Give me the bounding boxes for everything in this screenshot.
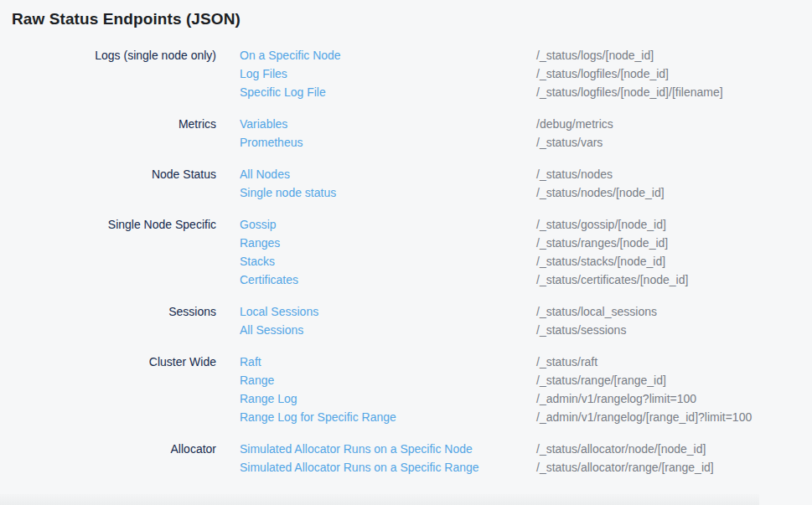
endpoint-row: Range/_status/range/[range_id] — [0, 371, 812, 389]
endpoint-path: /_status/logs/[node_id] — [536, 46, 812, 64]
endpoint-path: /_status/logfiles/[node_id] — [536, 64, 812, 83]
category-label — [0, 371, 216, 389]
endpoint-row: Logs (single node only)On a Specific Nod… — [0, 46, 812, 64]
endpoint-link[interactable]: Range — [216, 371, 536, 389]
endpoint-path: /_status/nodes/[node_id] — [536, 183, 812, 202]
endpoint-section: Single Node SpecificGossip/_status/gossi… — [0, 215, 812, 289]
endpoint-link[interactable]: Variables — [216, 115, 536, 133]
next-section-edge — [0, 494, 759, 505]
endpoint-section: Logs (single node only)On a Specific Nod… — [0, 46, 812, 101]
endpoint-row: Certificates/_status/certificates/[node_… — [0, 271, 812, 289]
category-label — [0, 83, 216, 101]
endpoint-link[interactable]: All Sessions — [216, 321, 536, 339]
category-label — [0, 252, 216, 271]
endpoint-row: Specific Log File/_status/logfiles/[node… — [0, 83, 812, 101]
category-label — [0, 389, 216, 408]
category-label — [0, 458, 216, 477]
endpoint-path: /_status/certificates/[node_id] — [536, 271, 812, 289]
endpoint-path: /_admin/v1/rangelog/[range_id]?limit=100 — [536, 408, 812, 426]
category-label — [0, 183, 216, 202]
endpoint-section: Node StatusAll Nodes/_status/nodesSingle… — [0, 165, 812, 202]
endpoint-row: SessionsLocal Sessions/_status/local_ses… — [0, 302, 812, 321]
endpoint-path: /_status/ranges/[node_id] — [536, 234, 812, 252]
endpoint-path: /_status/gossip/[node_id] — [536, 215, 812, 234]
endpoint-link[interactable]: Stacks — [216, 252, 536, 271]
endpoint-link[interactable]: Simulated Allocator Runs on a Specific R… — [216, 458, 536, 477]
endpoint-row: MetricsVariables/debug/metrics — [0, 115, 812, 133]
endpoint-row: Simulated Allocator Runs on a Specific R… — [0, 458, 812, 477]
endpoint-row: All Sessions/_status/sessions — [0, 321, 812, 339]
category-label — [0, 64, 216, 83]
endpoint-path: /_status/nodes — [536, 165, 812, 183]
endpoint-row: Node StatusAll Nodes/_status/nodes — [0, 165, 812, 183]
endpoint-path: /_status/logfiles/[node_id]/[filename] — [536, 83, 812, 101]
endpoint-section: SessionsLocal Sessions/_status/local_ses… — [0, 302, 812, 339]
endpoint-path: /_status/raft — [536, 353, 812, 371]
category-label: Metrics — [0, 115, 216, 133]
endpoint-row: Range Log/_admin/v1/rangelog?limit=100 — [0, 389, 812, 408]
endpoint-path: /_admin/v1/rangelog?limit=100 — [536, 389, 812, 408]
endpoint-link[interactable]: Specific Log File — [216, 83, 536, 101]
endpoint-path: /_status/allocator/node/[node_id] — [536, 440, 812, 458]
endpoint-link[interactable]: On a Specific Node — [216, 46, 536, 64]
endpoint-path: /_status/stacks/[node_id] — [536, 252, 812, 271]
endpoint-section: MetricsVariables/debug/metricsPrometheus… — [0, 115, 812, 152]
raw-status-endpoints-page: Raw Status Endpoints (JSON) Logs (single… — [0, 0, 812, 505]
endpoint-row: Ranges/_status/ranges/[node_id] — [0, 234, 812, 252]
category-label: Logs (single node only) — [0, 46, 216, 64]
endpoint-link[interactable]: Prometheus — [216, 133, 536, 152]
category-label: Node Status — [0, 165, 216, 183]
endpoint-section: Cluster WideRaft/_status/raftRange/_stat… — [0, 353, 812, 426]
endpoint-path: /_status/allocator/range/[range_id] — [536, 458, 812, 477]
endpoint-link[interactable]: Ranges — [216, 234, 536, 252]
endpoint-section: AllocatorSimulated Allocator Runs on a S… — [0, 440, 812, 477]
endpoint-link[interactable]: All Nodes — [216, 165, 536, 183]
category-label: Cluster Wide — [0, 353, 216, 371]
category-label: Sessions — [0, 302, 216, 321]
endpoint-path: /debug/metrics — [536, 115, 812, 133]
endpoint-link[interactable]: Simulated Allocator Runs on a Specific N… — [216, 440, 536, 458]
endpoint-link[interactable]: Log Files — [216, 64, 536, 83]
endpoint-sections: Logs (single node only)On a Specific Nod… — [0, 46, 812, 490]
endpoint-link[interactable]: Gossip — [216, 215, 536, 234]
endpoint-row: Log Files/_status/logfiles/[node_id] — [0, 64, 812, 83]
category-label — [0, 321, 216, 339]
endpoint-row: Stacks/_status/stacks/[node_id] — [0, 252, 812, 271]
category-label — [0, 133, 216, 152]
endpoint-row: Single Node SpecificGossip/_status/gossi… — [0, 215, 812, 234]
endpoint-path: /_status/vars — [536, 133, 812, 152]
endpoint-row: Cluster WideRaft/_status/raft — [0, 353, 812, 371]
endpoint-row: AllocatorSimulated Allocator Runs on a S… — [0, 440, 812, 458]
page-title: Raw Status Endpoints (JSON) — [12, 10, 240, 28]
endpoint-link[interactable]: Raft — [216, 353, 536, 371]
endpoint-row: Prometheus/_status/vars — [0, 133, 812, 152]
endpoint-link[interactable]: Range Log for Specific Range — [216, 408, 536, 426]
endpoint-path: /_status/local_sessions — [536, 302, 812, 321]
endpoint-link[interactable]: Local Sessions — [216, 302, 536, 321]
endpoint-path: /_status/range/[range_id] — [536, 371, 812, 389]
endpoint-link[interactable]: Range Log — [216, 389, 536, 408]
endpoint-link[interactable]: Certificates — [216, 271, 536, 289]
category-label: Allocator — [0, 440, 216, 458]
endpoint-link[interactable]: Single node status — [216, 183, 536, 202]
endpoint-path: /_status/sessions — [536, 321, 812, 339]
category-label — [0, 234, 216, 252]
endpoint-row: Range Log for Specific Range/_admin/v1/r… — [0, 408, 812, 426]
endpoint-row: Single node status/_status/nodes/[node_i… — [0, 183, 812, 202]
category-label — [0, 271, 216, 289]
category-label: Single Node Specific — [0, 215, 216, 234]
category-label — [0, 408, 216, 426]
